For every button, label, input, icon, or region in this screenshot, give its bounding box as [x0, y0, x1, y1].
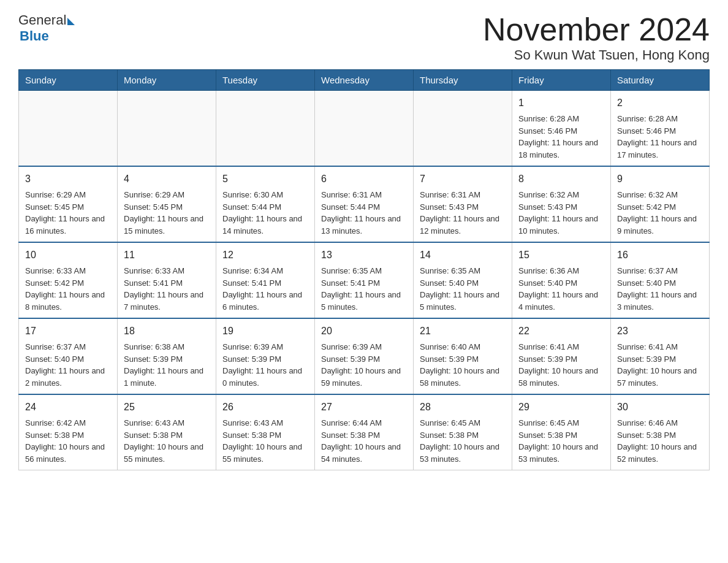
calendar-day-cell: 30Sunrise: 6:46 AMSunset: 5:38 PMDayligh… [611, 394, 710, 470]
day-info: Sunrise: 6:32 AMSunset: 5:43 PMDaylight:… [518, 189, 604, 237]
calendar-day-cell: 24Sunrise: 6:42 AMSunset: 5:38 PMDayligh… [19, 394, 118, 470]
day-number: 25 [124, 400, 210, 415]
calendar-day-cell: 20Sunrise: 6:39 AMSunset: 5:39 PMDayligh… [315, 318, 414, 394]
calendar-day-cell: 11Sunrise: 6:33 AMSunset: 5:41 PMDayligh… [118, 242, 216, 318]
day-number: 30 [617, 400, 703, 415]
calendar-day-header: Tuesday [216, 70, 315, 91]
day-number: 1 [518, 96, 604, 110]
calendar-day-cell: 19Sunrise: 6:39 AMSunset: 5:39 PMDayligh… [216, 318, 315, 394]
day-number: 18 [124, 324, 210, 339]
calendar-week-row: 24Sunrise: 6:42 AMSunset: 5:38 PMDayligh… [19, 394, 710, 470]
day-number: 10 [25, 248, 111, 262]
calendar-day-cell: 12Sunrise: 6:34 AMSunset: 5:41 PMDayligh… [216, 242, 315, 318]
calendar-day-cell [315, 91, 414, 167]
calendar-day-cell: 8Sunrise: 6:32 AMSunset: 5:43 PMDaylight… [512, 166, 611, 242]
calendar-table: SundayMondayTuesdayWednesdayThursdayFrid… [18, 69, 710, 470]
calendar-day-cell: 21Sunrise: 6:40 AMSunset: 5:39 PMDayligh… [414, 318, 512, 394]
day-info: Sunrise: 6:42 AMSunset: 5:38 PMDaylight:… [25, 417, 111, 465]
page-header: General Blue November 2024 So Kwun Wat T… [18, 12, 710, 63]
day-number: 2 [617, 96, 703, 110]
calendar-day-cell: 2Sunrise: 6:28 AMSunset: 5:46 PMDaylight… [611, 91, 710, 167]
day-info: Sunrise: 6:41 AMSunset: 5:39 PMDaylight:… [518, 341, 604, 389]
day-info: Sunrise: 6:44 AMSunset: 5:38 PMDaylight:… [321, 417, 407, 465]
day-number: 27 [321, 400, 407, 415]
day-number: 23 [617, 324, 703, 339]
day-number: 8 [518, 172, 604, 186]
day-info: Sunrise: 6:46 AMSunset: 5:38 PMDaylight:… [617, 417, 703, 465]
day-info: Sunrise: 6:35 AMSunset: 5:41 PMDaylight:… [321, 265, 407, 313]
calendar-day-cell [414, 91, 512, 167]
day-info: Sunrise: 6:41 AMSunset: 5:39 PMDaylight:… [617, 341, 703, 389]
calendar-day-cell: 9Sunrise: 6:32 AMSunset: 5:42 PMDaylight… [611, 166, 710, 242]
calendar-day-cell: 6Sunrise: 6:31 AMSunset: 5:44 PMDaylight… [315, 166, 414, 242]
month-title: November 2024 [483, 12, 710, 47]
calendar-day-cell: 15Sunrise: 6:36 AMSunset: 5:40 PMDayligh… [512, 242, 611, 318]
day-info: Sunrise: 6:43 AMSunset: 5:38 PMDaylight:… [124, 417, 210, 465]
day-info: Sunrise: 6:40 AMSunset: 5:39 PMDaylight:… [420, 341, 506, 389]
calendar-day-cell: 3Sunrise: 6:29 AMSunset: 5:45 PMDaylight… [19, 166, 118, 242]
day-number: 13 [321, 248, 407, 262]
day-info: Sunrise: 6:43 AMSunset: 5:38 PMDaylight:… [222, 417, 308, 465]
logo-arrow-icon [67, 18, 75, 25]
day-info: Sunrise: 6:33 AMSunset: 5:41 PMDaylight:… [124, 265, 210, 313]
calendar-day-header: Thursday [414, 70, 512, 91]
calendar-day-cell: 22Sunrise: 6:41 AMSunset: 5:39 PMDayligh… [512, 318, 611, 394]
calendar-day-cell: 4Sunrise: 6:29 AMSunset: 5:45 PMDaylight… [118, 166, 216, 242]
calendar-day-cell [216, 91, 315, 167]
calendar-week-row: 1Sunrise: 6:28 AMSunset: 5:46 PMDaylight… [19, 91, 710, 167]
day-number: 6 [321, 172, 407, 186]
calendar-day-cell: 7Sunrise: 6:31 AMSunset: 5:43 PMDaylight… [414, 166, 512, 242]
day-info: Sunrise: 6:45 AMSunset: 5:38 PMDaylight:… [518, 417, 604, 465]
day-info: Sunrise: 6:39 AMSunset: 5:39 PMDaylight:… [321, 341, 407, 389]
day-info: Sunrise: 6:33 AMSunset: 5:42 PMDaylight:… [25, 265, 111, 313]
logo-general-text: General [18, 12, 66, 28]
day-number: 24 [25, 400, 111, 415]
calendar-day-header: Friday [512, 70, 611, 91]
day-info: Sunrise: 6:31 AMSunset: 5:44 PMDaylight:… [321, 189, 407, 237]
day-number: 3 [25, 172, 111, 186]
logo[interactable]: General Blue [18, 12, 75, 44]
calendar-header-row: SundayMondayTuesdayWednesdayThursdayFrid… [19, 70, 710, 91]
day-number: 5 [222, 172, 308, 186]
calendar-day-cell [118, 91, 216, 167]
day-number: 4 [124, 172, 210, 186]
calendar-week-row: 17Sunrise: 6:37 AMSunset: 5:40 PMDayligh… [19, 318, 710, 394]
day-info: Sunrise: 6:37 AMSunset: 5:40 PMDaylight:… [25, 341, 111, 389]
calendar-day-cell [19, 91, 118, 167]
day-number: 11 [124, 248, 210, 262]
calendar-day-cell: 26Sunrise: 6:43 AMSunset: 5:38 PMDayligh… [216, 394, 315, 470]
calendar-day-header: Monday [118, 70, 216, 91]
day-info: Sunrise: 6:35 AMSunset: 5:40 PMDaylight:… [420, 265, 506, 313]
calendar-week-row: 10Sunrise: 6:33 AMSunset: 5:42 PMDayligh… [19, 242, 710, 318]
calendar-day-cell: 29Sunrise: 6:45 AMSunset: 5:38 PMDayligh… [512, 394, 611, 470]
calendar-day-header: Saturday [611, 70, 710, 91]
day-number: 7 [420, 172, 506, 186]
day-info: Sunrise: 6:36 AMSunset: 5:40 PMDaylight:… [518, 265, 604, 313]
calendar-day-cell: 14Sunrise: 6:35 AMSunset: 5:40 PMDayligh… [414, 242, 512, 318]
day-number: 16 [617, 248, 703, 262]
day-info: Sunrise: 6:29 AMSunset: 5:45 PMDaylight:… [25, 189, 111, 237]
day-info: Sunrise: 6:45 AMSunset: 5:38 PMDaylight:… [420, 417, 506, 465]
calendar-week-row: 3Sunrise: 6:29 AMSunset: 5:45 PMDaylight… [19, 166, 710, 242]
day-number: 29 [518, 400, 604, 415]
calendar-day-cell: 10Sunrise: 6:33 AMSunset: 5:42 PMDayligh… [19, 242, 118, 318]
day-info: Sunrise: 6:37 AMSunset: 5:40 PMDaylight:… [617, 265, 703, 313]
day-info: Sunrise: 6:34 AMSunset: 5:41 PMDaylight:… [222, 265, 308, 313]
day-info: Sunrise: 6:39 AMSunset: 5:39 PMDaylight:… [222, 341, 308, 389]
calendar-day-cell: 28Sunrise: 6:45 AMSunset: 5:38 PMDayligh… [414, 394, 512, 470]
day-info: Sunrise: 6:38 AMSunset: 5:39 PMDaylight:… [124, 341, 210, 389]
day-info: Sunrise: 6:30 AMSunset: 5:44 PMDaylight:… [222, 189, 308, 237]
calendar-day-cell: 5Sunrise: 6:30 AMSunset: 5:44 PMDaylight… [216, 166, 315, 242]
day-number: 17 [25, 324, 111, 339]
day-info: Sunrise: 6:31 AMSunset: 5:43 PMDaylight:… [420, 189, 506, 237]
calendar-day-cell: 17Sunrise: 6:37 AMSunset: 5:40 PMDayligh… [19, 318, 118, 394]
day-number: 22 [518, 324, 604, 339]
day-info: Sunrise: 6:28 AMSunset: 5:46 PMDaylight:… [617, 113, 703, 161]
day-number: 28 [420, 400, 506, 415]
day-info: Sunrise: 6:29 AMSunset: 5:45 PMDaylight:… [124, 189, 210, 237]
calendar-day-cell: 25Sunrise: 6:43 AMSunset: 5:38 PMDayligh… [118, 394, 216, 470]
day-number: 9 [617, 172, 703, 186]
day-info: Sunrise: 6:32 AMSunset: 5:42 PMDaylight:… [617, 189, 703, 237]
day-number: 14 [420, 248, 506, 262]
calendar-day-cell: 1Sunrise: 6:28 AMSunset: 5:46 PMDaylight… [512, 91, 611, 167]
